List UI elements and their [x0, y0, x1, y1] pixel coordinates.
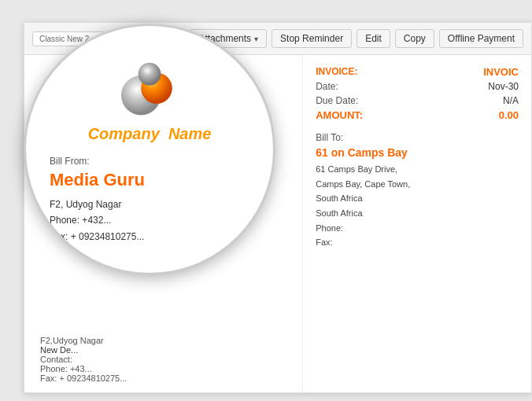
magnify-details: F2, Udyog Nagar Phone: +432... Fax: + 09… — [50, 197, 249, 245]
company-logo — [114, 54, 185, 125]
magnify-company-name: Company Name — [88, 125, 212, 143]
stop-reminder-button[interactable]: Stop Reminder — [272, 29, 352, 48]
copy-button[interactable]: Copy — [395, 29, 434, 48]
template-label: Classic New 2 — [39, 35, 89, 43]
left-visible-content: F2,Udyog Nagar New De... Contact: Phone:… — [37, 336, 290, 383]
amount-row: AMOUNT: 0.00 — [316, 109, 519, 121]
magnify-content: Bill From: Media Guru F2, Udyog Nagar Ph… — [26, 156, 273, 245]
invoice-number-row: INVOICE: INVOIC — [316, 66, 519, 78]
invoice-meta: INVOICE: INVOIC Date: Nov-30 Due Date: N… — [316, 66, 519, 121]
magnify-circle: Company Name Bill From: Media Guru F2, U… — [24, 24, 275, 275]
bill-to-details: 61 Camps Bay Drive, Camps Bay, Cape Town… — [316, 162, 519, 250]
right-panel: INVOICE: INVOIC Date: Nov-30 Due Date: N… — [303, 55, 531, 393]
date-row: Date: Nov-30 — [316, 81, 519, 92]
svg-point-2 — [139, 63, 161, 86]
chevron-down-icon: ▾ — [254, 35, 258, 43]
edit-button[interactable]: Edit — [357, 29, 390, 48]
due-date-row: Due Date: N/A — [316, 95, 519, 106]
offline-payment-button[interactable]: Offline Payment — [439, 29, 523, 48]
bill-to-section: Bill To: 61 on Camps Bay 61 Camps Bay Dr… — [316, 132, 519, 250]
